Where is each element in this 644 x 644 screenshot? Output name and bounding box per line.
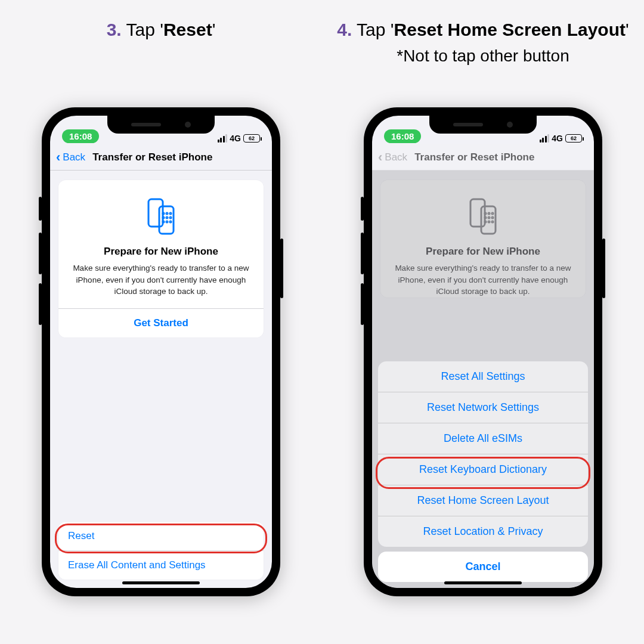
card-body: Make sure everything's ready to transfer… bbox=[67, 262, 255, 298]
svg-rect-0 bbox=[148, 199, 163, 227]
erase-all-row[interactable]: Erase All Content and Settings bbox=[58, 550, 264, 580]
reset-row[interactable]: Reset bbox=[58, 522, 264, 550]
chevron-left-icon: ‹ bbox=[378, 150, 382, 165]
sheet-reset-network[interactable]: Reset Network Settings bbox=[378, 392, 588, 423]
bottom-options-list: Reset Erase All Content and Settings bbox=[58, 522, 264, 580]
svg-point-5 bbox=[163, 217, 164, 218]
svg-point-7 bbox=[170, 217, 171, 218]
step-number: 3. bbox=[107, 20, 122, 39]
prepare-card: Prepare for New iPhone Make sure everyth… bbox=[58, 180, 264, 338]
nav-bar: ‹ Back Transfer or Reset iPhone bbox=[50, 144, 272, 171]
svg-point-6 bbox=[166, 217, 168, 218]
phone-mock-left: 16:08 4G 62 ‹ Back Transfer or Reset iPh… bbox=[42, 107, 280, 596]
nav-title: Transfer or Reset iPhone bbox=[414, 151, 534, 163]
network-label: 4G bbox=[230, 134, 241, 143]
step-3-caption: 3. Tap 'Reset' bbox=[107, 18, 216, 107]
sheet-reset-location[interactable]: Reset Location & Privacy bbox=[378, 516, 588, 547]
sheet-reset-home-layout[interactable]: Reset Home Screen Layout bbox=[378, 485, 588, 516]
back-button[interactable]: Back bbox=[63, 151, 85, 163]
svg-point-4 bbox=[170, 213, 171, 214]
signal-icon bbox=[218, 134, 228, 143]
sheet-cancel-button[interactable]: Cancel bbox=[378, 552, 588, 582]
step-number: 4. bbox=[337, 20, 352, 39]
get-started-button[interactable]: Get Started bbox=[67, 309, 255, 338]
transfer-phones-icon bbox=[67, 196, 255, 237]
network-label: 4G bbox=[552, 134, 563, 143]
svg-point-3 bbox=[166, 213, 168, 214]
card-title: Prepare for New iPhone bbox=[67, 246, 255, 258]
home-indicator bbox=[444, 581, 522, 584]
signal-icon bbox=[540, 134, 550, 143]
svg-point-8 bbox=[163, 221, 164, 222]
time-pill: 16:08 bbox=[62, 129, 99, 143]
svg-rect-1 bbox=[159, 206, 174, 234]
step-4-caption: 4. Tap 'Reset Home Screen Layout' *Not t… bbox=[337, 18, 628, 107]
sheet-reset-all-settings[interactable]: Reset All Settings bbox=[378, 361, 588, 392]
nav-title: Transfer or Reset iPhone bbox=[92, 151, 212, 163]
time-pill: 16:08 bbox=[384, 129, 421, 143]
svg-point-2 bbox=[163, 213, 164, 214]
battery-icon: 62 bbox=[565, 134, 582, 143]
svg-point-10 bbox=[170, 221, 171, 222]
home-indicator bbox=[122, 581, 200, 584]
chevron-left-icon[interactable]: ‹ bbox=[56, 150, 60, 165]
step-note: *Not to tap other button bbox=[337, 45, 628, 67]
action-sheet: Reset All Settings Reset Network Setting… bbox=[378, 361, 588, 582]
phone-mock-right: 16:08 4G 62 ‹ Back Transfer or Reset iPh… bbox=[364, 107, 602, 596]
svg-point-9 bbox=[166, 221, 168, 222]
nav-bar: ‹ Back Transfer or Reset iPhone bbox=[372, 144, 594, 171]
back-button: Back bbox=[385, 151, 407, 163]
sheet-reset-keyboard[interactable]: Reset Keyboard Dictionary bbox=[378, 454, 588, 485]
battery-icon: 62 bbox=[243, 134, 260, 143]
sheet-delete-esims[interactable]: Delete All eSIMs bbox=[378, 423, 588, 454]
